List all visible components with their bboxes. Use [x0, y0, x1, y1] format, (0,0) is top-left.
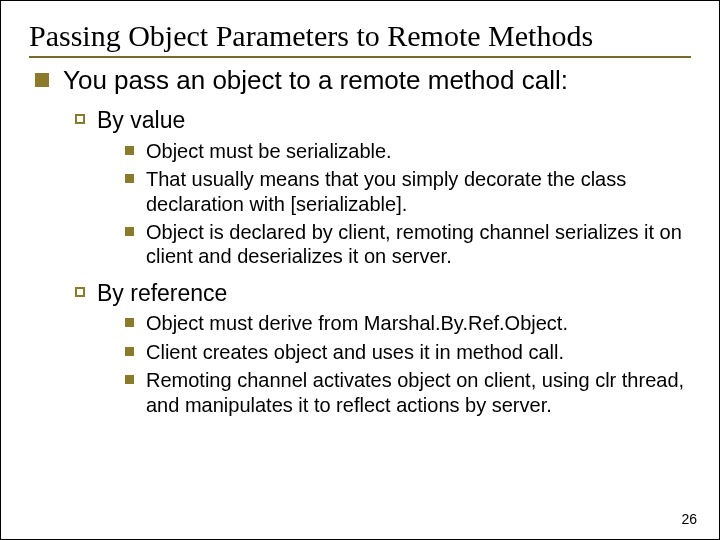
level3-item: Object must be serializable.	[125, 139, 691, 163]
filled-square-icon	[125, 375, 134, 384]
level3-item: That usually means that you simply decor…	[125, 167, 691, 216]
level3-item: Object must derive from Marshal.By.Ref.O…	[125, 311, 691, 335]
by-value-group: By value Object must be serializable. Th…	[29, 106, 691, 269]
level2-item: By reference	[75, 279, 691, 308]
slide-title: Passing Object Parameters to Remote Meth…	[29, 19, 691, 58]
by-value-point-3: Object is declared by client, remoting c…	[146, 220, 691, 269]
by-reference-heading: By reference	[97, 279, 227, 308]
level1-text: You pass an object to a remote method ca…	[63, 64, 568, 97]
by-reference-point-2: Client creates object and uses it in met…	[146, 340, 564, 364]
hollow-square-icon	[75, 114, 85, 124]
level3-item: Object is declared by client, remoting c…	[125, 220, 691, 269]
filled-square-icon	[125, 347, 134, 356]
by-reference-group: By reference Object must derive from Mar…	[29, 279, 691, 417]
hollow-square-icon	[75, 287, 85, 297]
page-number: 26	[681, 511, 697, 527]
by-value-heading: By value	[97, 106, 185, 135]
level2-item: By value	[75, 106, 691, 135]
level3-item: Remoting channel activates object on cli…	[125, 368, 691, 417]
level1-item: You pass an object to a remote method ca…	[35, 64, 691, 97]
by-reference-point-1: Object must derive from Marshal.By.Ref.O…	[146, 311, 568, 335]
by-reference-point-3: Remoting channel activates object on cli…	[146, 368, 691, 417]
filled-square-icon	[125, 227, 134, 236]
filled-square-icon	[125, 146, 134, 155]
by-value-point-1: Object must be serializable.	[146, 139, 392, 163]
level3-item: Client creates object and uses it in met…	[125, 340, 691, 364]
filled-square-icon	[125, 318, 134, 327]
by-value-point-2: That usually means that you simply decor…	[146, 167, 691, 216]
filled-square-icon	[125, 174, 134, 183]
filled-square-icon	[35, 73, 49, 87]
